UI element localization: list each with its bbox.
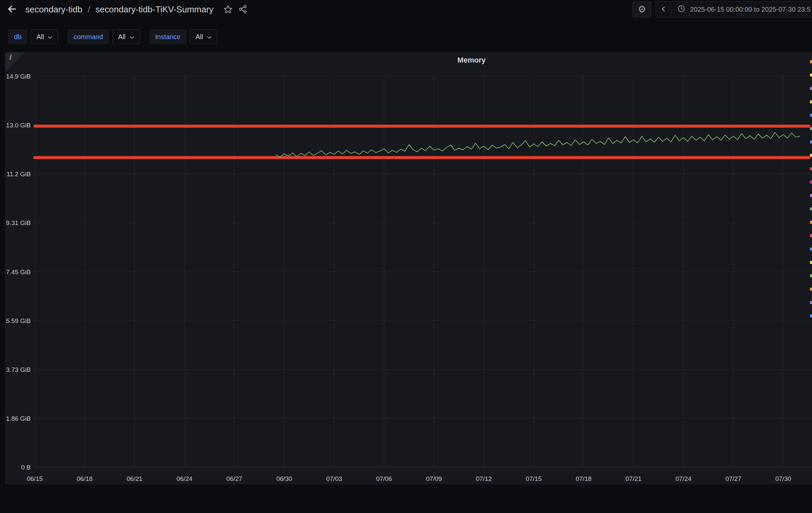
x-tick-label: 07/24 (676, 475, 692, 482)
adjacent-panel-edge-mark (810, 274, 812, 277)
dashboard-page: secondary-tidb / secondary-tidb-TiKV-Sum… (0, 0, 812, 513)
x-tick-label: 06/21 (127, 475, 143, 482)
adjacent-panel-edge-mark (810, 154, 812, 157)
x-tick-label: 07/18 (576, 475, 592, 482)
y-tick-label: 14.9 GiB (6, 73, 31, 80)
x-tick-label: 06/24 (176, 475, 193, 482)
x-tick-label: 06/18 (77, 475, 93, 482)
adjacent-panel-edge-mark (810, 288, 812, 291)
adjacent-panel-edge-mark (810, 314, 812, 317)
adjacent-panel-edge-mark (810, 127, 812, 130)
x-tick-label: 06/30 (277, 475, 292, 482)
adjacent-panel-edge-mark (810, 100, 812, 103)
x-tick-label: 07/03 (326, 475, 342, 482)
y-tick-label: 7.45 GiB (6, 269, 31, 275)
adjacent-panel-edge-mark (810, 140, 812, 143)
adjacent-panel-edge-mark (810, 234, 812, 237)
y-tick-label: 9.31 GiB (6, 219, 31, 226)
y-tick-label: 5.59 GiB (6, 317, 31, 324)
adjacent-panel-edge-mark (810, 261, 812, 264)
adjacent-panel-edge-mark (810, 74, 812, 77)
adjacent-panel-edge-mark (810, 301, 812, 304)
x-tick-label: 07/09 (426, 475, 442, 482)
adjacent-panel-edge-mark (810, 207, 812, 210)
y-tick-label: 0 B (21, 464, 31, 471)
adjacent-panel-edge-mark (810, 181, 812, 184)
memory-series-line (276, 132, 800, 157)
x-tick-label: 06/15 (27, 475, 43, 482)
y-tick-label: 3.73 GiB (6, 366, 31, 373)
x-tick-label: 06/27 (227, 475, 242, 482)
y-tick-label: 11.2 GiB (6, 170, 31, 178)
adjacent-panel-edge-mark (810, 167, 812, 170)
y-tick-label: 1.86 GiB (6, 415, 31, 422)
x-tick-label: 07/27 (725, 475, 742, 482)
x-tick-label: 07/06 (376, 475, 392, 482)
x-tick-label: 07/12 (476, 475, 492, 482)
y-tick-label: 13.0 GiB (6, 122, 31, 129)
adjacent-panel-edge-mark (810, 87, 812, 90)
x-tick-label: 07/15 (526, 475, 542, 482)
adjacent-panel-edge-mark (810, 60, 812, 63)
adjacent-panel-edge-mark (810, 221, 812, 224)
memory-chart[interactable]: 06/1506/1806/2106/2406/2706/3007/0307/06… (0, 0, 812, 513)
adjacent-panel-edge-mark (810, 194, 812, 197)
adjacent-panel-edge-mark (810, 114, 812, 117)
adjacent-panel-edge-mark (810, 247, 812, 250)
x-tick-label: 07/21 (626, 475, 642, 482)
x-tick-label: 07/30 (775, 475, 791, 482)
